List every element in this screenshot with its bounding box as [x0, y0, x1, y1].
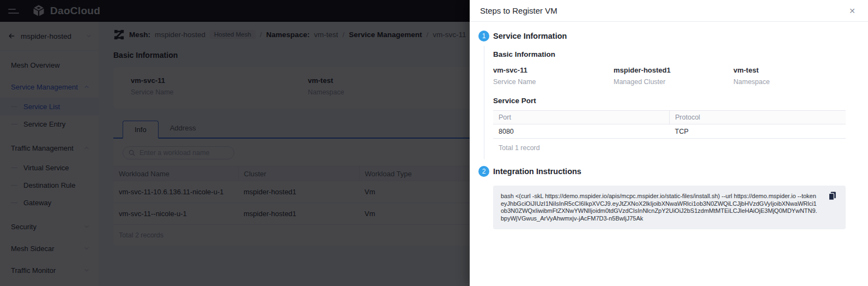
step-integration-instructions: 2 Integration Instructions bash <(curl -…: [470, 166, 868, 229]
drawer-basic-info-title: Basic Information: [493, 50, 846, 58]
column-port: Port: [493, 111, 670, 124]
drawer-basic-info-fields: vm-svc-11 Service Name mspider-hosted1 M…: [493, 66, 846, 86]
install-command-text: bash <(curl -skL https://demo.mspider.io…: [501, 193, 817, 222]
step-2-title: Integration Instructions: [493, 166, 846, 177]
drawer-title: Steps to Register VM: [480, 6, 847, 15]
close-icon[interactable]: ✕: [847, 5, 858, 17]
step-1-title: Service Information: [493, 31, 846, 41]
drawer-header: Steps to Register VM ✕: [470, 0, 868, 22]
register-vm-drawer: Steps to Register VM ✕ 1 Service Informa…: [470, 0, 868, 286]
install-command-block: bash <(curl -skL https://demo.mspider.io…: [493, 186, 846, 229]
step-2-badge: 2: [478, 166, 489, 177]
step-1-badge: 1: [478, 31, 489, 41]
drawer-managed-cluster-field: mspider-hosted1 Managed Cluster: [614, 66, 733, 86]
table-row: 8080 TCP: [493, 124, 846, 139]
column-protocol: Protocol: [670, 111, 846, 124]
drawer-namespace-field: vm-test Namespace: [733, 66, 846, 86]
copy-icon[interactable]: [827, 190, 838, 203]
port-table-total: Total 1 record: [493, 139, 846, 152]
service-port-title: Service Port: [493, 97, 846, 105]
drawer-service-name-field: vm-svc-11 Service Name: [493, 66, 614, 86]
service-port-table: Port Protocol 8080 TCP: [493, 110, 846, 139]
drawer-body: 1 Service Information Basic Information …: [470, 22, 868, 229]
step-service-information: 1 Service Information Basic Information …: [470, 31, 868, 152]
